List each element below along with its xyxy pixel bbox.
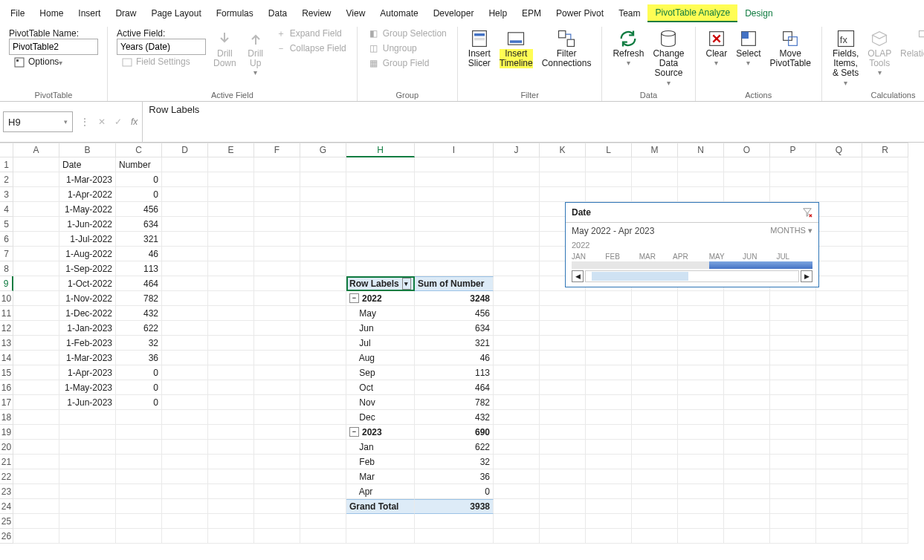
cell-P3[interactable] (770, 187, 816, 202)
cell-L19[interactable] (586, 425, 632, 440)
pivot-value-Mar[interactable]: 36 (415, 469, 494, 484)
cell-G18[interactable] (300, 410, 346, 425)
cell-O2[interactable] (724, 172, 770, 187)
cell-O23[interactable] (724, 484, 770, 499)
pivot-value-Jan[interactable]: 622 (415, 440, 494, 455)
cell-J18[interactable] (494, 410, 540, 425)
fields-items-button[interactable]: fx Fields, Items, & Sets (828, 27, 863, 88)
cell-M20[interactable] (632, 440, 678, 455)
scroll-left-button[interactable]: ◀ (572, 270, 584, 282)
cell-O16[interactable] (724, 380, 770, 395)
cell-C15[interactable]: 0 (116, 365, 162, 380)
cell-C11[interactable]: 432 (116, 306, 162, 321)
cell-Q1[interactable] (816, 157, 862, 172)
cell-B2[interactable]: 1-Mar-2023 (59, 172, 116, 187)
cell-I6[interactable] (415, 232, 494, 247)
cell-J26[interactable] (494, 529, 540, 544)
cell-C21[interactable] (116, 455, 162, 469)
activefield-input[interactable] (117, 39, 206, 55)
timeline-scrollbar[interactable]: ◀ ▶ (572, 270, 812, 282)
cell-A5[interactable] (13, 217, 59, 232)
cell-M21[interactable] (632, 455, 678, 469)
cell-L21[interactable] (586, 455, 632, 469)
cell-E8[interactable] (208, 261, 254, 276)
cell-Q6[interactable] (816, 232, 862, 247)
cell-B1[interactable]: Date (59, 157, 116, 172)
cell-D26[interactable] (162, 529, 208, 544)
cell-D11[interactable] (162, 306, 208, 321)
col-header-H[interactable]: H (346, 143, 415, 157)
cell-R22[interactable] (862, 469, 908, 484)
cell-J15[interactable] (494, 365, 540, 380)
menu-file[interactable]: File (3, 5, 32, 22)
cell-G6[interactable] (300, 232, 346, 247)
cell-M19[interactable] (632, 425, 678, 440)
cell-F22[interactable] (254, 469, 300, 484)
cell-D18[interactable] (162, 410, 208, 425)
cell-D10[interactable] (162, 291, 208, 306)
cell-L12[interactable] (586, 321, 632, 336)
cell-P12[interactable] (770, 321, 816, 336)
cell-D19[interactable] (162, 425, 208, 440)
cell-N25[interactable] (678, 514, 724, 529)
cell-P15[interactable] (770, 365, 816, 380)
row-header-17[interactable]: 17 (0, 395, 13, 410)
pivot-year-2023[interactable]: −2023 (346, 425, 415, 440)
cell-M13[interactable] (632, 336, 678, 351)
pivot-value-Jun[interactable]: 634 (415, 321, 494, 336)
cell-P26[interactable] (770, 529, 816, 544)
worksheet-grid[interactable]: Date May 2022 - Apr 2023 MONTHS ▾ 2022 J… (0, 143, 924, 544)
cell-B19[interactable] (59, 425, 116, 440)
pivot-month-May[interactable]: May (346, 306, 415, 321)
cell-H4[interactable] (346, 202, 415, 217)
menu-help[interactable]: Help (481, 5, 514, 22)
menu-review[interactable]: Review (294, 5, 338, 22)
cell-D16[interactable] (162, 380, 208, 395)
cell-C17[interactable]: 0 (116, 395, 162, 410)
cell-F3[interactable] (254, 187, 300, 202)
row-header-13[interactable]: 13 (0, 336, 13, 351)
cell-E2[interactable] (208, 172, 254, 187)
cell-C23[interactable] (116, 484, 162, 499)
col-header-O[interactable]: O (724, 143, 770, 157)
cell-R20[interactable] (862, 440, 908, 455)
row-header-4[interactable]: 4 (0, 202, 13, 217)
scroll-thumb[interactable] (592, 272, 688, 281)
cell-G11[interactable] (300, 306, 346, 321)
cell-N13[interactable] (678, 336, 724, 351)
cell-D2[interactable] (162, 172, 208, 187)
cell-O24[interactable] (724, 499, 770, 514)
cell-N16[interactable] (678, 380, 724, 395)
cell-A9[interactable] (13, 276, 59, 291)
cell-E6[interactable] (208, 232, 254, 247)
pivot-grand-total[interactable]: 3938 (415, 499, 494, 514)
enter-icon[interactable]: ✓ (110, 117, 126, 127)
timeline-clear-icon[interactable] (802, 207, 812, 218)
move-pivot-button[interactable]: Move PivotTable (766, 27, 815, 70)
cell-N15[interactable] (678, 365, 724, 380)
cell-A23[interactable] (13, 484, 59, 499)
cell-P2[interactable] (770, 172, 816, 187)
cell-A21[interactable] (13, 455, 59, 469)
cell-C12[interactable]: 622 (116, 321, 162, 336)
pivot-month-Feb[interactable]: Feb (346, 455, 415, 469)
cell-O22[interactable] (724, 469, 770, 484)
cell-J7[interactable] (494, 247, 540, 261)
cell-F15[interactable] (254, 365, 300, 380)
ungroup-button[interactable]: ◫ Ungroup (364, 42, 451, 56)
cell-C22[interactable] (116, 469, 162, 484)
cell-P11[interactable] (770, 306, 816, 321)
group-selection-button[interactable]: ◧ Group Selection (364, 27, 451, 42)
menu-epm[interactable]: EPM (514, 5, 549, 22)
cell-E14[interactable] (208, 351, 254, 365)
menu-developer[interactable]: Developer (426, 5, 482, 22)
cell-N12[interactable] (678, 321, 724, 336)
change-source-button[interactable]: Change Data Source (648, 27, 688, 88)
cell-O19[interactable] (724, 425, 770, 440)
cell-N22[interactable] (678, 469, 724, 484)
cell-E1[interactable] (208, 157, 254, 172)
cell-E17[interactable] (208, 395, 254, 410)
cell-N17[interactable] (678, 395, 724, 410)
cell-M16[interactable] (632, 380, 678, 395)
pivot-month-Jan[interactable]: Jan (346, 440, 415, 455)
